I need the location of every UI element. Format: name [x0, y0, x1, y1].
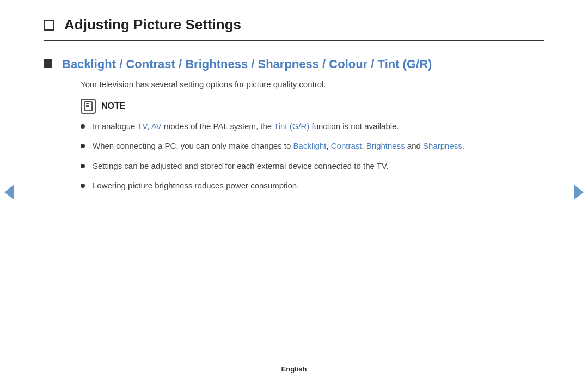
- sep5: /: [371, 57, 377, 71]
- section-description: Your television has several setting opti…: [81, 80, 544, 89]
- sep4: /: [322, 57, 329, 71]
- bullet-3-text: Settings can be adjusted and stored for …: [93, 160, 389, 173]
- nav-arrow-left[interactable]: [4, 185, 14, 200]
- bullet-dot-icon: [81, 184, 85, 188]
- page-container: Adjusting Picture Settings Backlight / C…: [0, 0, 588, 384]
- link-sharpness-2[interactable]: Sharpness: [423, 141, 462, 150]
- bullet-dot-icon: [81, 164, 85, 168]
- link-contrast[interactable]: Contrast: [126, 57, 175, 71]
- bullet-2-text: When connecting a PC, you can only make …: [93, 140, 464, 153]
- sep2: /: [179, 57, 185, 71]
- link-brightness[interactable]: Brightness: [185, 57, 248, 71]
- link-brightness-2[interactable]: Brightness: [366, 141, 405, 150]
- main-content-section: Backlight / Contrast / Brightness / Shar…: [44, 56, 544, 200]
- link-tv[interactable]: TV: [137, 121, 147, 131]
- link-colour[interactable]: Colour: [329, 57, 367, 71]
- list-item: Settings can be adjusted and stored for …: [81, 160, 544, 173]
- note-label: NOTE: [101, 101, 125, 111]
- link-tint[interactable]: Tint (G/R): [378, 57, 432, 71]
- sep3: /: [251, 57, 258, 71]
- link-backlight-2[interactable]: Backlight: [293, 141, 327, 150]
- footer-language: English: [281, 365, 307, 373]
- section-bullet-icon: [44, 59, 52, 68]
- link-tint-gr[interactable]: Tint (G/R): [274, 121, 309, 131]
- bullet-dot-icon: [81, 124, 85, 129]
- bullet-dot-icon: [81, 144, 85, 148]
- page-title-row: Adjusting Picture Settings: [44, 16, 544, 41]
- note-bullet-list: In analogue TV, AV modes of the PAL syst…: [81, 120, 544, 192]
- list-item: In analogue TV, AV modes of the PAL syst…: [81, 120, 544, 133]
- link-sharpness[interactable]: Sharpness: [258, 57, 319, 71]
- section-heading: Backlight / Contrast / Brightness / Shar…: [62, 56, 544, 73]
- link-av[interactable]: AV: [151, 121, 162, 131]
- section-content: Backlight / Contrast / Brightness / Shar…: [62, 56, 544, 200]
- note-box: NOTE In analogue TV, AV modes of the PAL…: [81, 99, 544, 192]
- nav-arrow-right[interactable]: [574, 185, 584, 200]
- bullet-4-text: Lowering picture brightness reduces powe…: [93, 180, 299, 192]
- page-title: Adjusting Picture Settings: [64, 16, 241, 33]
- note-header: NOTE: [81, 99, 544, 114]
- link-contrast-2[interactable]: Contrast: [331, 141, 362, 150]
- note-icon: [81, 99, 96, 114]
- bullet-1-text: In analogue TV, AV modes of the PAL syst…: [93, 120, 399, 133]
- sep1: /: [119, 57, 126, 71]
- list-item: When connecting a PC, you can only make …: [81, 140, 544, 153]
- link-backlight[interactable]: Backlight: [62, 57, 116, 71]
- title-checkbox-icon: [44, 20, 54, 31]
- list-item: Lowering picture brightness reduces powe…: [81, 180, 544, 192]
